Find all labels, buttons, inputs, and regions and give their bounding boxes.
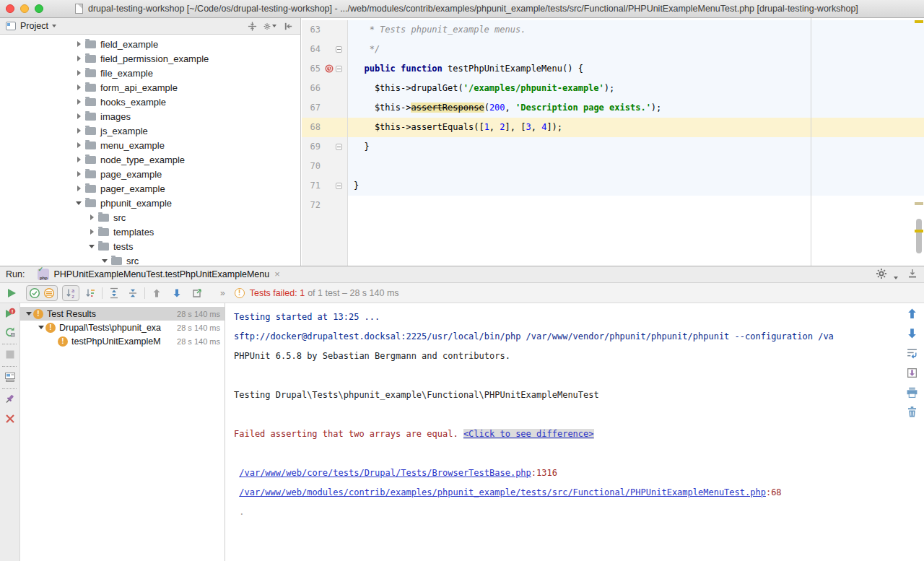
editor-line[interactable]: 64 */ <box>302 40 924 59</box>
print-button[interactable] <box>906 386 918 399</box>
stop-button[interactable] <box>4 349 16 360</box>
restore-layout-button[interactable] <box>4 371 16 383</box>
project-tree-item[interactable]: templates <box>0 225 300 239</box>
code-text[interactable]: public function testPhpUnitExampleMenu()… <box>348 59 924 79</box>
line-number[interactable]: 72 <box>302 196 323 215</box>
line-number[interactable]: 64 <box>302 40 323 59</box>
editor-gutter[interactable]: 66 <box>302 79 348 98</box>
console-link[interactable]: /var/www/web/modules/contrib/examples/ph… <box>239 487 766 497</box>
line-number[interactable]: 70 <box>302 157 323 176</box>
close-tab-icon[interactable]: × <box>274 270 280 279</box>
line-number[interactable]: 68 <box>302 118 323 137</box>
rerun-button[interactable] <box>4 326 16 338</box>
line-number[interactable]: 67 <box>302 98 323 118</box>
import-test-results-button[interactable] <box>190 286 204 300</box>
warning-stripe-mark[interactable] <box>915 230 923 232</box>
chevron-right-icon[interactable] <box>74 70 83 76</box>
editor-gutter[interactable]: 68 <box>302 118 348 137</box>
editor-line[interactable]: 67 $this->assertResponse(200, 'Descripti… <box>302 98 924 118</box>
project-tree-item[interactable]: field_example <box>0 37 300 51</box>
editor-gutter[interactable]: 65 <box>302 59 348 79</box>
code-text[interactable]: } <box>348 137 924 157</box>
editor-gutter[interactable]: 70 <box>302 157 348 176</box>
line-number[interactable]: 65 <box>302 59 323 79</box>
test-tree-item[interactable]: !testPhpUnitExampleM28 s 140 ms <box>20 334 225 348</box>
next-failed-test-button[interactable] <box>170 286 184 300</box>
settings-button[interactable] <box>263 19 276 32</box>
fold-marker-icon[interactable] <box>336 46 342 53</box>
editor-line[interactable]: 63 * Tests phpunit_example menus. <box>302 20 924 40</box>
project-tree-item[interactable]: field_permission_example <box>0 51 300 66</box>
editor-gutter[interactable]: 64 <box>302 40 348 59</box>
chevron-down-icon[interactable] <box>25 312 33 316</box>
chevron-right-icon[interactable] <box>74 56 83 61</box>
chevron-right-icon[interactable] <box>74 157 83 162</box>
pin-tab-button[interactable] <box>4 393 16 405</box>
code-text[interactable]: $this->assertResponse(200, 'Description … <box>348 98 924 118</box>
warning-stripe-mark[interactable] <box>915 202 923 205</box>
sort-alphabetically-toggle[interactable]: a z <box>64 286 78 300</box>
rerun-button[interactable] <box>4 286 19 300</box>
project-tree-item[interactable]: hooks_example <box>0 95 300 109</box>
project-tree-item[interactable]: form_api_example <box>0 80 300 95</box>
editor-line[interactable]: 71} <box>302 176 924 196</box>
collapse-all-button[interactable] <box>245 19 258 32</box>
code-text[interactable]: * Tests phpunit_example menus. <box>348 20 924 40</box>
chevron-right-icon[interactable] <box>87 214 96 220</box>
test-console[interactable]: Testing started at 13:25 ...sftp://docke… <box>226 303 901 561</box>
previous-failed-test-button[interactable] <box>149 286 164 300</box>
scrollbar-thumb[interactable] <box>916 219 922 253</box>
show-ignored-toggle[interactable] <box>42 286 56 300</box>
editor-line[interactable]: 66 $this->drupalGet('/examples/phpunit-e… <box>302 79 924 98</box>
hide-panel-button[interactable] <box>282 19 295 32</box>
line-number[interactable]: 71 <box>302 176 323 196</box>
chevron-right-icon[interactable] <box>87 229 96 235</box>
chevron-right-icon[interactable] <box>74 186 83 191</box>
rerun-failed-tests-button[interactable]: ! <box>4 308 16 319</box>
chevron-right-icon[interactable] <box>74 128 83 134</box>
chevron-right-icon[interactable] <box>74 41 83 47</box>
code-text[interactable] <box>348 157 924 176</box>
editor-line[interactable]: 65 public function testPhpUnitExampleMen… <box>302 59 924 79</box>
show-passed-toggle[interactable] <box>27 286 42 300</box>
chevron-right-icon[interactable] <box>74 84 83 90</box>
hide-run-panel-button[interactable] <box>907 268 918 282</box>
chevron-right-icon[interactable] <box>74 113 83 119</box>
close-button[interactable] <box>4 413 16 425</box>
console-link[interactable]: /var/www/web/core/tests/Drupal/Tests/Bro… <box>239 468 531 478</box>
line-number[interactable]: 63 <box>302 20 323 40</box>
project-tree-item[interactable]: tests <box>0 239 300 253</box>
line-number[interactable]: 69 <box>302 137 323 157</box>
clear-console-button[interactable] <box>906 406 918 418</box>
code-editor[interactable]: 63 * Tests phpunit_example menus.64 */65… <box>302 18 924 266</box>
project-tree-item[interactable]: pager_example <box>0 181 300 196</box>
expand-all-button[interactable] <box>107 286 121 300</box>
close-window-button[interactable] <box>6 4 14 13</box>
code-text[interactable] <box>348 196 924 215</box>
run-tab[interactable]: php PHPUnitExampleMenuTest.testPhpUnitEx… <box>33 266 284 282</box>
project-tree-item[interactable]: images <box>0 109 300 123</box>
chevron-down-icon[interactable] <box>37 326 45 329</box>
failed-test-marker-icon[interactable] <box>325 64 334 73</box>
chevron-right-icon[interactable] <box>74 99 83 105</box>
chevron-right-icon[interactable] <box>74 171 83 177</box>
test-tree-item[interactable]: !Drupal\Tests\phpunit_exa28 s 140 ms <box>20 321 225 334</box>
project-tree-item[interactable]: src <box>0 253 300 266</box>
scroll-up-button[interactable] <box>906 308 918 320</box>
chevron-right-icon[interactable] <box>74 142 83 148</box>
editor-gutter[interactable]: 63 <box>302 20 348 40</box>
chevron-down-icon[interactable] <box>100 259 109 263</box>
warning-stripe-mark[interactable] <box>915 20 923 23</box>
project-tree-item[interactable]: file_example <box>0 66 300 80</box>
chevron-down-icon[interactable] <box>74 201 83 205</box>
code-text[interactable]: } <box>348 176 924 196</box>
chevron-down-icon[interactable] <box>87 245 96 248</box>
soft-wrap-toggle[interactable] <box>906 347 918 360</box>
fold-marker-icon[interactable] <box>336 183 342 189</box>
code-text[interactable]: $this->assertEquals([1, 2], [3, 4]); <box>348 118 924 137</box>
editor-gutter[interactable]: 72 <box>302 196 348 215</box>
minimize-window-button[interactable] <box>20 4 29 13</box>
project-tree-item[interactable]: phpunit_example <box>0 196 300 210</box>
fold-marker-icon[interactable] <box>336 66 342 72</box>
editor-line[interactable]: 70 <box>302 157 924 176</box>
